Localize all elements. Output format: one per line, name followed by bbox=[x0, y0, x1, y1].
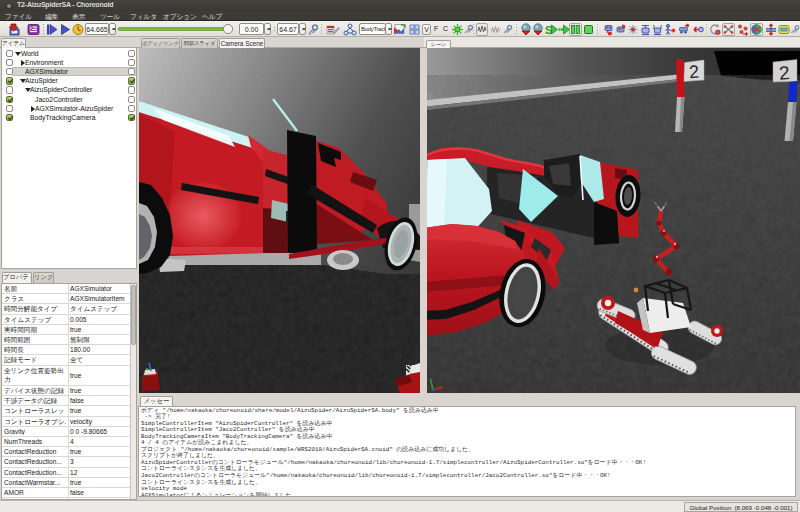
svg-text:2: 2 bbox=[778, 62, 790, 84]
svg-text:2: 2 bbox=[688, 62, 699, 83]
